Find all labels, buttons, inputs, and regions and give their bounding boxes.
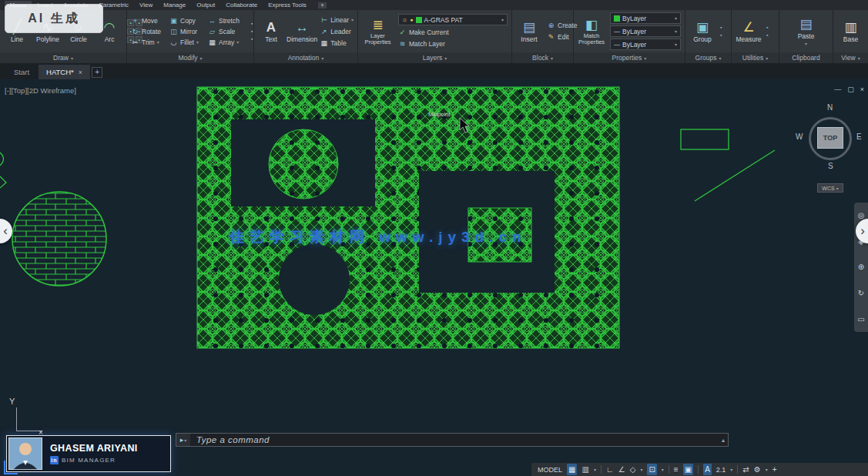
file-tab-hatch[interactable]: HATCH* ×: [39, 65, 90, 79]
viewcube-north[interactable]: N: [827, 103, 833, 112]
grid-toggle[interactable]: ▦: [567, 464, 577, 475]
small-rect-outline[interactable]: [681, 129, 729, 149]
chevron-down-icon[interactable]: ▾: [766, 467, 768, 472]
make-current-button[interactable]: ✓Make Current: [398, 27, 508, 37]
modify-extra-tools[interactable]: ▪ ▪ ▪: [251, 21, 253, 42]
edit-block-button[interactable]: ✎Edit: [547, 32, 578, 42]
linetype-dropdown[interactable]: —ByLayer▾: [610, 25, 681, 37]
groups-panel-label[interactable]: Groups▾: [685, 52, 731, 63]
chevron-down-icon[interactable]: ▾: [640, 467, 642, 472]
isodraft-toggle[interactable]: ◇: [630, 464, 636, 475]
chevron-down-icon[interactable]: ▾: [662, 467, 664, 472]
tab-output[interactable]: Output: [191, 1, 220, 9]
match-properties-button[interactable]: ◧ Match Properties: [578, 18, 605, 45]
drawing-area[interactable]: Midpoint: [0, 79, 868, 476]
mirror-button[interactable]: ◫Mirror: [169, 26, 208, 36]
rotate-button[interactable]: ↻Rotate: [131, 26, 169, 36]
diagonal-line[interactable]: [695, 150, 775, 201]
move-button[interactable]: +Move: [131, 15, 169, 25]
paste-button[interactable]: ▤ Paste ▾: [793, 17, 819, 46]
layer-properties-button[interactable]: ≣ Layer Properties: [362, 18, 394, 45]
lineweight-toggle[interactable]: ≡: [674, 464, 679, 475]
trim-button[interactable]: ✂Trim▾: [131, 37, 169, 47]
hatch-circle[interactable]: [269, 129, 338, 199]
orbit-icon[interactable]: ↻: [858, 289, 864, 297]
properties-panel-label[interactable]: Properties▾: [574, 52, 685, 63]
annotation-visibility-toggle[interactable]: A: [703, 464, 712, 475]
command-line[interactable]: ▸▾ Type a command ▴: [176, 433, 729, 447]
viewcube-west[interactable]: W: [796, 132, 803, 141]
wcs-dropdown[interactable]: WCS▾: [817, 183, 843, 193]
lineweight-dropdown[interactable]: —ByLayer▾: [610, 39, 681, 50]
selection-cycling-toggle[interactable]: ▣: [683, 464, 693, 475]
modify-panel-label[interactable]: Modify▾: [127, 52, 253, 63]
ortho-toggle[interactable]: ∟: [606, 464, 614, 475]
viewcube-east[interactable]: E: [856, 132, 862, 141]
layers-panel-label[interactable]: Layers▾: [358, 52, 511, 63]
color-dropdown[interactable]: ByLayer▾: [610, 12, 681, 24]
ribbon-options-icon[interactable]: ▾: [318, 2, 327, 8]
array-button[interactable]: ▦Array▾: [208, 37, 246, 47]
nav-wheel-icon[interactable]: ◎: [858, 211, 865, 220]
insert-button[interactable]: ▤ Insert: [516, 20, 542, 43]
close-icon[interactable]: ×: [860, 85, 864, 93]
chevron-down-icon[interactable]: ▾: [594, 467, 596, 472]
minimize-icon[interactable]: —: [834, 85, 841, 93]
osnap-toggle[interactable]: ⊡: [647, 464, 656, 475]
file-tab-start[interactable]: Start: [6, 65, 37, 79]
viewcube-top-face[interactable]: TOP: [817, 127, 843, 149]
stretch-button[interactable]: ↔Stretch: [208, 15, 246, 25]
brick-circle[interactable]: [12, 192, 106, 286]
utilities-extra-tools[interactable]: ▪ ▪: [766, 25, 768, 38]
viewport-controls[interactable]: [-][Top][2D Wireframe]: [5, 86, 76, 95]
draw-panel-label[interactable]: Draw▾: [0, 52, 126, 63]
model-space-button[interactable]: MODEL: [538, 466, 562, 474]
polar-toggle[interactable]: ∠: [618, 464, 625, 475]
group-button[interactable]: ▣ Group: [689, 20, 716, 43]
restore-icon[interactable]: ▢: [847, 85, 854, 93]
divider: [669, 465, 669, 474]
clipboard-panel-label[interactable]: Clipboard: [779, 52, 833, 63]
layer-dropdown[interactable]: ☼ ● A-GRAS PAT ▾: [398, 14, 508, 25]
command-history-icon[interactable]: ▴: [722, 437, 728, 444]
dimension-button[interactable]: ↔ Dimension: [289, 20, 315, 43]
base-button[interactable]: ▥ Base: [838, 20, 864, 43]
text-button[interactable]: A Text: [258, 20, 284, 43]
snap-toggle[interactable]: ▥: [581, 464, 588, 475]
workspace-switch-icon[interactable]: ⇄: [742, 464, 749, 475]
chevron-down-icon[interactable]: ▾: [730, 467, 732, 472]
command-icon[interactable]: ▸▾: [176, 434, 190, 446]
leader-button[interactable]: ↗Leader: [320, 26, 354, 36]
customization-gear-icon[interactable]: ⚙: [754, 464, 761, 475]
tab-express-tools[interactable]: Express Tools: [263, 1, 312, 9]
group-extra-tools[interactable]: ▪ ▪: [720, 25, 722, 38]
showmotion-icon[interactable]: ▭: [857, 315, 864, 323]
scale-button[interactable]: ▱Scale: [208, 26, 246, 36]
close-tab-icon[interactable]: ×: [79, 69, 82, 76]
add-status-icon[interactable]: +: [772, 464, 777, 475]
cutout-circle[interactable]: [279, 244, 350, 315]
offset-icon: ▪: [251, 36, 253, 42]
linear-button[interactable]: ⊢Linear▾: [320, 15, 354, 25]
match-layer-button[interactable]: ≋Match Layer: [398, 39, 508, 49]
measure-button[interactable]: ∠ Measure: [736, 20, 762, 43]
layer-color-chip: [416, 17, 422, 23]
command-input[interactable]: Type a command: [190, 435, 722, 444]
block-panel-label[interactable]: Block▾: [512, 52, 573, 63]
table-button[interactable]: ▦Table: [320, 38, 354, 48]
tab-collaborate[interactable]: Collaborate: [220, 1, 263, 9]
tab-manage[interactable]: Manage: [158, 1, 191, 9]
tab-view[interactable]: View: [134, 1, 158, 9]
create-block-button[interactable]: ⊕Create: [547, 21, 578, 31]
fillet-button[interactable]: ◡Fillet▾: [169, 37, 208, 47]
drawing-canvas[interactable]: Midpoint: [0, 79, 868, 476]
viewcube-south[interactable]: S: [828, 162, 833, 170]
zoom-icon[interactable]: ⊕: [858, 263, 864, 271]
utilities-panel-label[interactable]: Utilities▾: [732, 52, 779, 63]
view-panel-label[interactable]: View▾: [833, 52, 868, 63]
copy-button[interactable]: ▣Copy: [169, 15, 208, 25]
new-tab-button[interactable]: +: [92, 67, 102, 78]
annotation-scale-button[interactable]: 2.1: [716, 466, 726, 474]
presenter-close-icon[interactable]: ×: [39, 428, 43, 437]
annotation-panel-label[interactable]: Annotation▾: [254, 52, 357, 63]
